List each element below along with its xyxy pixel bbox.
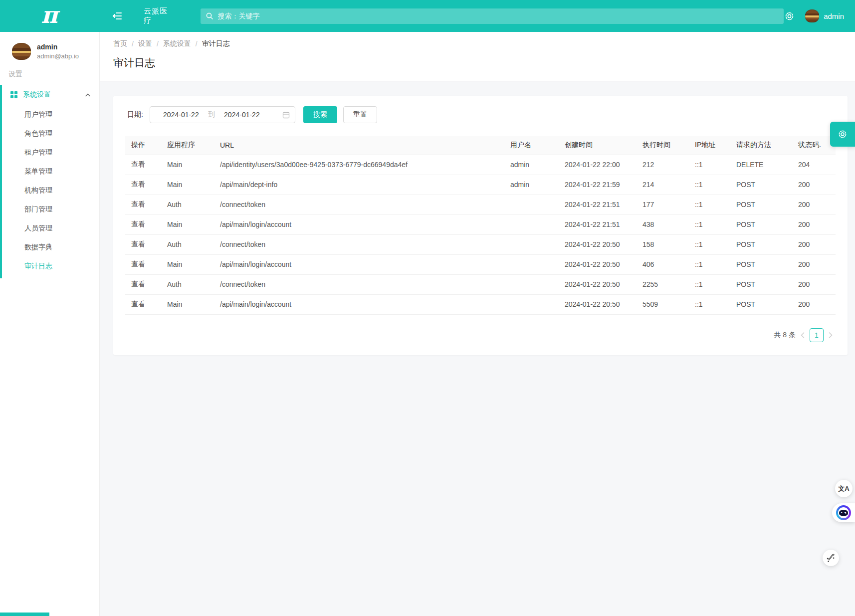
column-header: 操作 [125,136,161,155]
reset-button[interactable]: 重置 [343,106,377,123]
sidebar-item[interactable]: 审计日志 [0,256,99,275]
date-range-picker[interactable]: 到 [150,106,295,123]
user-menu[interactable]: admin [805,9,844,22]
table-cell: 2024-01-22 20:50 [559,274,637,294]
pagination-page-1[interactable]: 1 [810,328,824,342]
sidebar-item[interactable]: 菜单管理 [0,162,99,181]
magic-wand-button[interactable] [823,550,839,566]
table-cell: 200 [792,274,836,294]
column-header: 应用程序 [161,136,214,155]
table-cell: 2024-01-22 21:51 [559,214,637,234]
sidebar-group-system-settings[interactable]: 系统设置 [0,85,99,105]
table-cell: Main [161,175,214,195]
table-cell: 158 [637,234,689,254]
table-row: 查看Auth/connect/token2024-01-22 20:502255… [125,274,836,294]
audit-table: 操作应用程序URL用户名创建时间执行时间IP地址请求的方法状态码. 查看Main… [125,136,836,315]
sidebar-user-block: admin admin@abp.io [0,32,99,60]
view-link[interactable]: 查看 [125,294,161,314]
column-header: 请求的方法 [730,136,792,155]
table-cell: /api/main/login/account [214,294,504,314]
table-cell: 200 [792,294,836,314]
search-input[interactable] [217,11,779,20]
table-cell: Auth [161,234,214,254]
view-link[interactable]: 查看 [125,234,161,254]
theme-drawer-button[interactable] [830,122,855,147]
robot-icon: ▪◂ [836,505,851,520]
pagination-next-icon[interactable] [829,332,833,338]
table-cell: 438 [637,214,689,234]
table-cell: POST [730,175,792,195]
breadcrumb-item[interactable]: 首页 [113,39,127,48]
column-header: 执行时间 [637,136,689,155]
table-cell [504,195,559,214]
view-link[interactable]: 查看 [125,155,161,175]
translate-icon: 文A [838,484,849,493]
table-cell [504,274,559,294]
audit-log-card: 日期: 到 搜索 重置 操作应用程序URL用户名创建时间执行时间IP地址 [113,96,848,355]
date-label: 日期: [127,110,143,119]
table-cell: 2024-01-22 20:50 [559,254,637,274]
translate-button[interactable]: 文A [835,480,853,497]
table-cell: DELETE [730,155,792,175]
column-header: 创建时间 [559,136,637,155]
sidebar-item[interactable]: 人员管理 [0,218,99,237]
table-cell: 212 [637,155,689,175]
settings-gear-icon[interactable] [784,10,795,22]
table-cell: 200 [792,254,836,274]
table-cell: POST [730,214,792,234]
table-cell: POST [730,234,792,254]
user-name: admin [824,12,844,20]
sidebar-user-email: admin@abp.io [37,52,79,60]
sidebar-bottom-bar [0,613,49,616]
view-link[interactable]: 查看 [125,274,161,294]
table-cell: /api/main/login/account [214,254,504,274]
table-row: 查看Main/api/main/login/account2024-01-22 … [125,214,836,234]
table-header-row: 操作应用程序URL用户名创建时间执行时间IP地址请求的方法状态码. [125,136,836,155]
sidebar-section-label: 设置 [8,70,99,79]
pagination-prev-icon[interactable] [801,332,805,338]
table-cell: 2255 [637,274,689,294]
table-cell: POST [730,254,792,274]
table-row: 查看Auth/connect/token2024-01-22 20:50158:… [125,234,836,254]
sidebar-collapse-icon[interactable] [112,10,123,21]
sidebar-avatar [12,43,31,60]
table-cell: 200 [792,175,836,195]
global-search[interactable] [201,8,784,24]
table-cell [504,254,559,274]
ai-assistant-button[interactable]: ▪◂ [832,503,855,522]
view-link[interactable]: 查看 [125,195,161,214]
table-cell: /connect/token [214,274,504,294]
table-cell: Main [161,254,214,274]
table-cell [504,294,559,314]
table-cell: /api/main/dept-info [214,175,504,195]
sidebar: admin admin@abp.io 设置 系统设置 用户管理角色管理租户管理菜… [0,32,100,616]
breadcrumb: 首页/设置/系统设置/审计日志 [113,39,855,48]
table-cell: /connect/token [214,234,504,254]
sidebar-item[interactable]: 数据字典 [0,237,99,256]
table-cell: Main [161,214,214,234]
sidebar-item[interactable]: 角色管理 [0,124,99,143]
sidebar-item[interactable]: 机构管理 [0,181,99,200]
table-cell [504,214,559,234]
table-cell: 200 [792,234,836,254]
sidebar-group-label: 系统设置 [23,90,51,99]
breadcrumb-separator: / [132,40,134,48]
filter-row: 日期: 到 搜索 重置 [125,106,836,123]
sidebar-item[interactable]: 用户管理 [0,105,99,124]
date-from-input[interactable] [155,110,207,119]
sidebar-item[interactable]: 部门管理 [0,200,99,218]
app-logo[interactable]: π [41,3,58,26]
view-link[interactable]: 查看 [125,214,161,234]
sidebar-item[interactable]: 租户管理 [0,143,99,162]
view-link[interactable]: 查看 [125,175,161,195]
breadcrumb-item[interactable]: 设置 [138,39,152,48]
table-cell: Auth [161,195,214,214]
view-link[interactable]: 查看 [125,254,161,274]
table-cell: ::1 [689,254,730,274]
breadcrumb-item[interactable]: 系统设置 [163,39,191,48]
search-button[interactable]: 搜索 [303,106,337,123]
table-cell: ::1 [689,234,730,254]
gear-icon [837,129,848,140]
date-to-input[interactable] [216,110,268,119]
logo-area: π [0,5,99,26]
